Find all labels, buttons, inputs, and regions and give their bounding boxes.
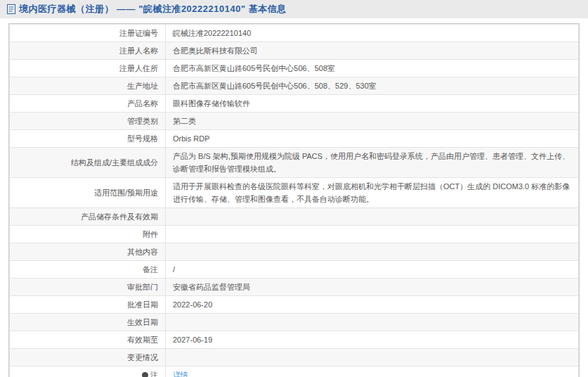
- table-row: 适用范围/预期用途 适用于开展眼科检查的各级医院眼科等科室，对眼底相机和光学相干…: [10, 178, 579, 208]
- row-label: 备注: [10, 261, 166, 279]
- row-value: 合肥奥比斯科技有限公司: [166, 42, 579, 60]
- row-label: 注: [10, 366, 166, 377]
- row-label: 附件: [10, 226, 166, 243]
- row-label: 结构及组成/主要组成成分: [10, 148, 166, 178]
- table-row: 生产地址 合肥市高新区黄山路605号民创中心506、508、529、530室: [10, 77, 579, 95]
- table-row: 注册人名称 合肥奥比斯科技有限公司: [10, 42, 579, 60]
- row-value: [166, 243, 579, 261]
- row-value: /: [166, 261, 579, 279]
- row-value: [166, 208, 579, 226]
- row-value: [166, 226, 579, 243]
- row-label: 生产地址: [10, 77, 166, 95]
- document-icon: [7, 4, 15, 14]
- info-table-body: 注册证编号 皖械注准20222210140 注册人名称 合肥奥比斯科技有限公司 …: [10, 25, 579, 377]
- details-link[interactable]: 详情: [173, 371, 188, 377]
- table-row: 有效期至 2027-06-19: [10, 331, 579, 349]
- row-value: 皖械注准20222210140: [166, 25, 579, 42]
- row-value: 2022-06-20: [166, 296, 579, 314]
- row-value: 第二类: [166, 113, 579, 130]
- note-icon: [142, 372, 148, 377]
- row-value: 2027-06-19: [166, 331, 579, 349]
- row-label: 变更情况: [10, 349, 166, 366]
- table-row: 产品储存条件及有效期: [10, 208, 579, 226]
- table-row: 注册人住所 合肥市高新区黄山路605号民创中心506、508室: [10, 60, 579, 77]
- row-value: [166, 349, 579, 366]
- row-label: 管理类别: [10, 113, 166, 130]
- table-row: 其他内容: [10, 243, 579, 261]
- row-value: 合肥市高新区黄山路605号民创中心506、508室: [166, 60, 579, 77]
- row-label: 注册人住所: [10, 60, 166, 77]
- row-value: [166, 314, 579, 331]
- row-value: 安徽省药品监督管理局: [166, 279, 579, 296]
- row-label: 其他内容: [10, 243, 166, 261]
- table-row: 结构及组成/主要组成成分 产品为 B/S 架构,预期使用规模为院级 PACS，使…: [10, 148, 579, 178]
- table-row: 生效日期: [10, 314, 579, 331]
- table-row: 注 详情: [10, 366, 579, 377]
- row-label: 型号规格: [10, 130, 166, 148]
- table-row: 审批部门 安徽省药品监督管理局: [10, 279, 579, 296]
- table-row: 变更情况: [10, 349, 579, 366]
- row-label: 产品储存条件及有效期: [10, 208, 166, 226]
- registration-info-page: 境内医疗器械（注册） —— "皖械注准20222210140" 基本信息 注册证…: [0, 0, 588, 377]
- table-row: 型号规格 Orbis RDP: [10, 130, 579, 148]
- row-label: 适用范围/预期用途: [10, 178, 166, 208]
- row-label: 注册人名称: [10, 42, 166, 60]
- row-value: 眼科图像存储传输软件: [166, 95, 579, 113]
- table-row: 备注 /: [10, 261, 579, 279]
- row-value: 适用于开展眼科检查的各级医院眼科等科室，对眼底相机和光学相干断层扫描（OCT）生…: [166, 178, 579, 208]
- row-label: 批准日期: [10, 296, 166, 314]
- table-row: 管理类别 第二类: [10, 113, 579, 130]
- row-label: 生效日期: [10, 314, 166, 331]
- row-value: 详情: [166, 366, 579, 377]
- row-label: 注册证编号: [10, 25, 166, 42]
- page-header: 境内医疗器械（注册） —— "皖械注准20222210140" 基本信息: [0, 0, 588, 18]
- info-table: 注册证编号 皖械注准20222210140 注册人名称 合肥奥比斯科技有限公司 …: [9, 24, 579, 377]
- row-value: 产品为 B/S 架构,预期使用规模为院级 PACS，使用用户名和密码登录系统，产…: [166, 148, 579, 178]
- table-row: 注册证编号 皖械注准20222210140: [10, 25, 579, 42]
- row-value: Orbis RDP: [166, 130, 579, 148]
- table-row: 批准日期 2022-06-20: [10, 296, 579, 314]
- row-label: 产品名称: [10, 95, 166, 113]
- page-title: 境内医疗器械（注册） —— "皖械注准20222210140" 基本信息: [19, 3, 287, 15]
- table-row: 附件: [10, 226, 579, 243]
- info-table-container: 注册证编号 皖械注准20222210140 注册人名称 合肥奥比斯科技有限公司 …: [8, 23, 580, 377]
- row-label: 审批部门: [10, 279, 166, 296]
- row-label: 有效期至: [10, 331, 166, 349]
- row-value: 合肥市高新区黄山路605号民创中心506、508、529、530室: [166, 77, 579, 95]
- table-row: 产品名称 眼科图像存储传输软件: [10, 95, 579, 113]
